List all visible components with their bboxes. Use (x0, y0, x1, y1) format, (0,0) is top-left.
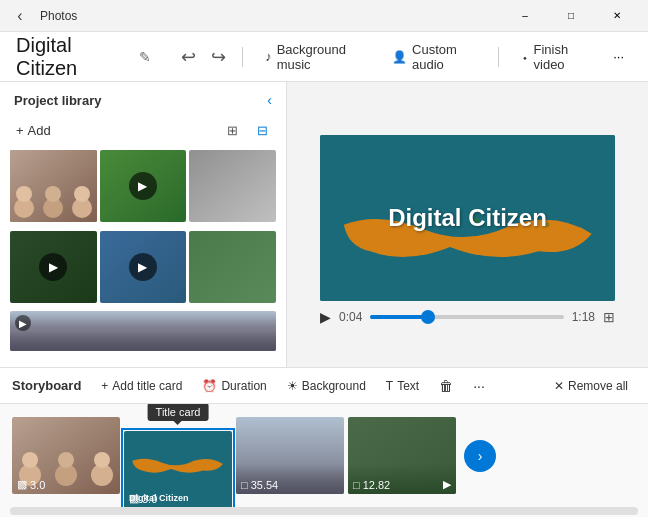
view-toggle: ⊞ ⊟ (218, 118, 276, 142)
duration-label: Duration (221, 379, 266, 393)
left-panel: Project library ‹ + Add ⊞ ⊟ (0, 82, 287, 367)
title-bar: ‹ Photos – □ ✕ (0, 0, 648, 32)
media-grid: ▶ ▶ ▶ ▶ (0, 150, 286, 367)
audio-icon-4: ▶ (443, 478, 451, 491)
duration-value-2: 3.0 (142, 493, 157, 505)
audio-icon: 👤 (392, 50, 407, 64)
preview-play-button[interactable]: ▶ (320, 309, 331, 325)
close-icon: ✕ (613, 10, 621, 21)
duration-value-1: 3.0 (30, 479, 45, 491)
mini-brush-stroke (129, 450, 226, 485)
duration-value-3: 35.54 (251, 479, 279, 491)
storyboard-item-2[interactable]: Title card Digital Citizen ▩ 3.0 (124, 431, 232, 507)
video-icon-3: □ (241, 479, 248, 491)
redo-button[interactable]: ↪ (206, 41, 233, 73)
play-button-5[interactable]: ▶ (129, 253, 157, 281)
scrubber-thumb[interactable] (421, 310, 435, 324)
remove-all-icon: ✕ (554, 379, 564, 393)
background-music-label: Background music (277, 42, 364, 72)
storyboard-items: ▩ 3.0 Title card Digital Citizen ▩ 3.0 (0, 404, 648, 507)
background-label: Background (302, 379, 366, 393)
background-button[interactable]: ☀ Background (279, 375, 374, 397)
header-actions: ↩ ↪ ♪ Background music 👤 Custom audio ⬩ … (175, 37, 632, 77)
scroll-right-button[interactable]: › (464, 440, 496, 472)
finish-video-button[interactable]: ⬩ Finish video (509, 37, 602, 77)
title-bar-left: ‹ Photos (8, 4, 77, 28)
time-total: 1:18 (572, 310, 595, 324)
sb-duration-4: □ 12.82 (353, 479, 390, 491)
remove-all-button[interactable]: ✕ Remove all (546, 375, 636, 397)
window-controls: – □ ✕ (502, 0, 640, 32)
duration-value-4: 12.82 (363, 479, 391, 491)
scroll-right-icon: › (478, 448, 483, 464)
text-icon: T (386, 379, 393, 393)
storyboard-item-1[interactable]: ▩ 3.0 (12, 417, 120, 494)
main-area: Project library ‹ + Add ⊞ ⊟ (0, 82, 648, 367)
minimize-icon: – (522, 10, 528, 21)
header-divider-2 (498, 47, 499, 67)
duration-icon: ⏰ (202, 379, 217, 393)
header-divider (242, 47, 243, 67)
time-current: 0:04 (339, 310, 362, 324)
storyboard-more-icon: ··· (473, 378, 485, 394)
add-media-button[interactable]: + Add (10, 120, 57, 141)
media-thumb-2[interactable]: ▶ (100, 150, 187, 222)
horizontal-scrollbar[interactable] (10, 507, 638, 515)
video-icon-1: ▩ (17, 478, 27, 491)
scrubber-fill (370, 315, 428, 319)
video-icon-4: □ (353, 479, 360, 491)
storyboard-more-button[interactable]: ··· (465, 374, 493, 398)
maximize-button[interactable]: □ (548, 0, 594, 32)
library-toolbar: + Add ⊞ ⊟ (0, 114, 286, 150)
more-icon: ··· (613, 49, 624, 64)
sb-duration-1: ▩ 3.0 (17, 478, 45, 491)
app-title: Photos (40, 9, 77, 23)
add-title-card-label: Add title card (112, 379, 182, 393)
add-title-card-icon: + (101, 379, 108, 393)
storyboard-item-4[interactable]: □ 12.82 ▶ (348, 417, 456, 494)
storyboard-item-3[interactable]: □ 35.54 (236, 417, 344, 494)
media-thumb-7[interactable]: ▶ (10, 311, 276, 351)
close-button[interactable]: ✕ (594, 0, 640, 32)
undo-icon: ↩ (181, 46, 196, 68)
add-label: Add (28, 123, 51, 138)
grid-view-button[interactable]: ⊞ (218, 118, 246, 142)
list-icon: ⊟ (257, 123, 268, 138)
scrubber-track[interactable] (370, 315, 563, 319)
back-button[interactable]: ‹ (8, 4, 32, 28)
minimize-button[interactable]: – (502, 0, 548, 32)
sb-duration-3: □ 35.54 (241, 479, 278, 491)
custom-audio-button[interactable]: 👤 Custom audio (380, 37, 488, 77)
remove-all-label: Remove all (568, 379, 628, 393)
edit-title-icon[interactable]: ✎ (139, 49, 151, 65)
delete-button[interactable]: 🗑 (431, 374, 461, 398)
media-thumb-5[interactable]: ▶ (100, 231, 187, 303)
sb-duration-2: ▩ 3.0 (129, 492, 157, 505)
text-button[interactable]: T Text (378, 375, 427, 397)
list-view-button[interactable]: ⊟ (248, 118, 276, 142)
text-label: Text (397, 379, 419, 393)
redo-icon: ↪ (211, 46, 226, 68)
media-thumb-6[interactable] (189, 231, 276, 303)
media-thumb-3[interactable] (189, 150, 276, 222)
duration-button[interactable]: ⏰ Duration (194, 375, 274, 397)
video-icon-2: ▩ (129, 492, 139, 505)
play-button-4[interactable]: ▶ (39, 253, 67, 281)
fullscreen-button[interactable]: ⊞ (603, 309, 615, 325)
grid-icon: ⊞ (227, 123, 238, 138)
custom-audio-label: Custom audio (412, 42, 476, 72)
preview-title: Digital Citizen (388, 204, 547, 232)
right-panel: Digital Citizen ▶ 0:04 1:18 ⊞ (287, 82, 648, 367)
undo-button[interactable]: ↩ (175, 41, 202, 73)
more-options-button[interactable]: ··· (605, 41, 632, 73)
trash-icon: 🗑 (439, 378, 453, 394)
video-preview: Digital Citizen (320, 135, 615, 301)
background-music-button[interactable]: ♪ Background music (253, 37, 376, 77)
add-title-card-button[interactable]: + Add title card (93, 375, 190, 397)
add-icon: + (16, 123, 24, 138)
media-thumb-1[interactable] (10, 150, 97, 222)
media-thumb-4[interactable]: ▶ (10, 231, 97, 303)
play-button-2[interactable]: ▶ (129, 172, 157, 200)
collapse-panel-button[interactable]: ‹ (267, 92, 272, 108)
project-library-title: Project library (14, 93, 101, 108)
